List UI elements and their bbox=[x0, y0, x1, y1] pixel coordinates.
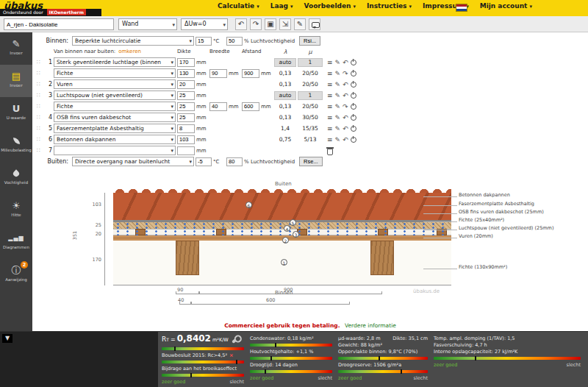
collapse-panel-icon[interactable]: ▼ bbox=[2, 334, 12, 343]
comment-icon[interactable] bbox=[309, 18, 320, 30]
layer-power-icon[interactable] bbox=[351, 82, 356, 88]
reverse-link[interactable]: omkeren bbox=[118, 49, 141, 54]
layer-power-icon[interactable] bbox=[351, 93, 356, 99]
material-select[interactable] bbox=[54, 146, 176, 155]
drag-handle-icon[interactable]: ∷ bbox=[37, 70, 43, 77]
layer-rotate-icon[interactable]: ↷ bbox=[343, 70, 348, 77]
delete-layer-icon[interactable] bbox=[327, 149, 333, 155]
nav-mijn-account[interactable]: Mijn account bbox=[480, 2, 532, 10]
nav-instructies[interactable]: Instructies bbox=[367, 2, 412, 10]
breedte-input[interactable] bbox=[209, 102, 227, 111]
notice-link[interactable]: Verdere informatie bbox=[345, 322, 396, 329]
layer-edit-icon[interactable]: ✎ bbox=[335, 136, 341, 143]
dikte-input[interactable] bbox=[177, 69, 195, 78]
sidebar-item-invoer-1[interactable]: ✎ Invoer bbox=[0, 32, 32, 65]
material-select[interactable]: Betonnen dakpannen bbox=[54, 135, 176, 144]
layer-menu-icon[interactable]: ≡ bbox=[327, 136, 333, 143]
dikte-input[interactable] bbox=[177, 58, 195, 67]
layer-edit-icon[interactable]: ✎ bbox=[335, 114, 341, 121]
dikte-input[interactable] bbox=[177, 124, 195, 133]
material-select[interactable]: Fichte bbox=[54, 102, 176, 111]
buiten-temp-input[interactable] bbox=[196, 157, 212, 166]
roof-section[interactable]: 6 5 4 3 2 1 bbox=[113, 193, 451, 285]
layer-edit-icon[interactable]: ✎ bbox=[335, 92, 341, 99]
drag-handle-icon[interactable]: ∷ bbox=[37, 147, 43, 154]
construction-type-select[interactable]: Wand bbox=[118, 18, 177, 30]
screenshot-icon[interactable]: ▣ bbox=[265, 18, 276, 30]
dikte-input[interactable] bbox=[177, 91, 195, 100]
drag-handle-icon[interactable]: ∷ bbox=[37, 92, 43, 99]
layer-menu-icon[interactable]: ≡ bbox=[327, 103, 333, 110]
sponsor-brand-logo[interactable]: IKOenertherm bbox=[47, 9, 87, 15]
afstand-input[interactable] bbox=[242, 102, 259, 111]
nav-voorbeelden[interactable]: Voorbeelden bbox=[304, 2, 356, 10]
sidebar-item-vochtigheid[interactable]: Vochtigheid bbox=[0, 162, 32, 194]
dutch-flag-icon[interactable] bbox=[456, 4, 467, 12]
drag-handle-icon[interactable]: ∷ bbox=[37, 136, 43, 143]
layer-menu-icon[interactable]: ≡ bbox=[327, 59, 333, 66]
wrench-icon[interactable] bbox=[232, 336, 240, 344]
sidebar-item-milieubelasting[interactable]: Milieubelasting bbox=[0, 129, 32, 162]
afstand-input[interactable] bbox=[242, 69, 259, 78]
material-select[interactable]: Vuren bbox=[54, 79, 176, 89]
layer-power-icon[interactable] bbox=[351, 126, 356, 132]
material-select[interactable]: OSB fins vuren dakbeschot bbox=[54, 113, 176, 122]
sidebar-item-invoer-2[interactable]: ▤ Invoer bbox=[0, 65, 32, 97]
drag-handle-icon[interactable]: ∷ bbox=[37, 125, 43, 132]
rsi-button[interactable]: Rsi... bbox=[299, 36, 320, 46]
layer-power-icon[interactable] bbox=[351, 60, 356, 65]
dikte-input[interactable] bbox=[177, 80, 195, 89]
material-select[interactable]: Faserzementplatte Asbesthaltig bbox=[54, 124, 176, 133]
layer-rotate-icon[interactable]: ↶ bbox=[343, 114, 348, 121]
sidebar-item-hitte[interactable]: ☀ Hitte bbox=[0, 194, 32, 227]
layer-edit-icon[interactable]: ✎ bbox=[335, 81, 341, 88]
redo-icon[interactable]: ↷ bbox=[250, 18, 262, 30]
breedte-input[interactable] bbox=[209, 69, 227, 78]
nav-calculatie[interactable]: Calculatie bbox=[218, 2, 259, 10]
dikte-input[interactable] bbox=[177, 102, 195, 111]
fullscreen-icon[interactable]: ⇲ bbox=[279, 18, 291, 30]
drag-handle-icon[interactable]: ∷ bbox=[37, 103, 43, 110]
layer-rotate-icon[interactable]: ↶ bbox=[343, 136, 348, 143]
sidebar-item-diagrammen[interactable]: ▂▄▆ Diagrammen bbox=[0, 227, 32, 259]
layer-menu-icon[interactable]: ≡ bbox=[327, 81, 333, 88]
layer-menu-icon[interactable]: ≡ bbox=[327, 70, 333, 77]
dikte-input[interactable] bbox=[177, 135, 195, 144]
layer-power-icon[interactable] bbox=[351, 104, 356, 110]
rse-button[interactable]: Rse... bbox=[299, 157, 323, 166]
binnen-temp-input[interactable] bbox=[196, 37, 212, 46]
layer-edit-icon[interactable]: ✎ bbox=[335, 70, 341, 77]
binnen-humidity-input[interactable] bbox=[226, 37, 243, 46]
nav-laag[interactable]: Laag bbox=[270, 2, 293, 10]
layer-edit-icon[interactable]: ✎ bbox=[335, 125, 341, 132]
dikte-input[interactable] bbox=[177, 113, 195, 122]
sidebar-item-aanwijzing[interactable]: ⓘ Aanwijzing 2 bbox=[0, 259, 32, 291]
layer-power-icon[interactable] bbox=[351, 71, 356, 77]
binnen-condition-select[interactable]: Beperkte luchtcirculatie bbox=[72, 36, 194, 46]
material-select[interactable]: Luchtspouw (niet geventileerd) bbox=[54, 90, 176, 100]
layer-power-icon[interactable] bbox=[351, 137, 356, 143]
edit-icon[interactable]: ✎ bbox=[294, 18, 306, 30]
drag-handle-icon[interactable]: ∷ bbox=[37, 114, 43, 121]
du-correction-select[interactable]: ΔUw=0 bbox=[181, 18, 228, 30]
material-select[interactable]: Sterk geventileerde luchtlage (binnen bbox=[54, 57, 176, 67]
material-select[interactable]: Fichte bbox=[54, 68, 176, 78]
layer-edit-icon[interactable]: ✎ bbox=[335, 59, 341, 66]
layer-rotate-icon[interactable]: ↷ bbox=[343, 103, 348, 110]
sidebar-item-u-waarde[interactable]: U U-waarde bbox=[0, 97, 32, 129]
layer-edit-icon[interactable]: ✎ bbox=[335, 103, 341, 110]
project-name-input[interactable] bbox=[4, 18, 114, 30]
undo-icon[interactable]: ↶ bbox=[235, 18, 247, 30]
layer-rotate-icon[interactable]: ↶ bbox=[343, 125, 348, 132]
buiten-humidity-input[interactable] bbox=[226, 157, 243, 166]
layer-menu-icon[interactable]: ≡ bbox=[327, 92, 333, 99]
layer-power-icon[interactable] bbox=[351, 115, 356, 121]
layer-rotate-icon[interactable]: ↶ bbox=[343, 59, 348, 66]
drag-handle-icon[interactable]: ∷ bbox=[37, 81, 43, 88]
drag-handle-icon[interactable]: ∷ bbox=[37, 59, 43, 65]
dikte-input[interactable] bbox=[177, 146, 195, 155]
layer-menu-icon[interactable]: ≡ bbox=[327, 114, 333, 121]
buiten-condition-select[interactable]: Directe overgang naar buitenlucht bbox=[72, 157, 194, 166]
layer-menu-icon[interactable]: ≡ bbox=[327, 125, 333, 132]
layer-betonnen-dakpannen[interactable] bbox=[113, 193, 451, 220]
